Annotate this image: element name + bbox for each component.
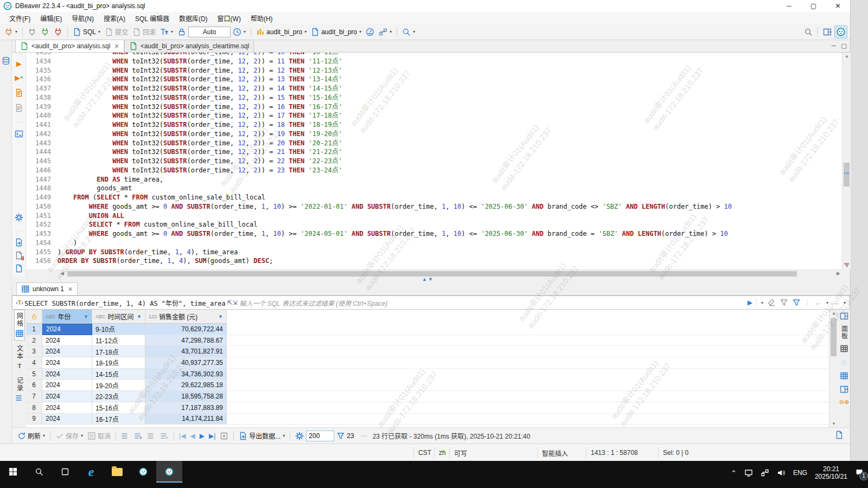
layout-panel-icon[interactable] [840, 385, 848, 394]
table-cell[interactable]: 2024 [42, 402, 92, 414]
menu-item[interactable]: 窗口(W) [213, 12, 246, 24]
open-console-button[interactable] [15, 130, 23, 138]
maximize-view-icon[interactable]: ▢ [841, 42, 847, 49]
table-cell[interactable]: 18,595,758.28 [145, 391, 227, 402]
column-header-2[interactable]: ABC时间区间▼ [92, 310, 145, 324]
prev-page-button[interactable]: ◀ [188, 431, 196, 441]
dbeaver-perspective-button[interactable] [834, 25, 847, 38]
code-line[interactable]: WHERE goods_amt >= 0 AND SUBSTR(order_ti… [58, 202, 842, 211]
tray-language[interactable]: ENG [793, 469, 807, 477]
explain-plan-button[interactable] [15, 104, 23, 112]
delete-row-button[interactable] [158, 430, 170, 442]
dbeaver-taskbar-button-active[interactable] [156, 461, 182, 483]
validate-script-button[interactable]: ! [15, 251, 23, 260]
copy-result-icon[interactable] [835, 431, 844, 439]
menu-item[interactable]: 编辑(E) [35, 12, 67, 24]
execute-statement-button[interactable]: ▶ [15, 59, 23, 68]
filter-input[interactable]: 输入一个 SQL 表达式来过滤结果 (使用 Ctrl+Space) [239, 298, 747, 307]
code-area[interactable]: WHEN toInt32(SUBSTR(order_time, 12, 2)) … [58, 53, 842, 269]
transaction-log-button[interactable]: ▾ [158, 26, 175, 38]
dashboard-button[interactable] [364, 26, 376, 38]
tx-history-button[interactable]: ▾ [231, 26, 247, 38]
metadata-panel-icon[interactable] [840, 371, 848, 380]
sql-editor-button[interactable]: SQL▾ [71, 26, 102, 38]
menu-item[interactable]: 数据库(D) [174, 12, 213, 24]
sql-editor[interactable]: 1433143414351436143714381439144014411442… [26, 53, 842, 269]
code-line[interactable]: WHEN toInt32(SUBSTR(order_time, 12, 2)) … [58, 75, 842, 84]
scroll-down-icon[interactable]: ▼ [843, 264, 851, 268]
column-header-3[interactable]: 123销售金额 (元)▼ [145, 310, 227, 324]
table-cell[interactable]: 17,187,883.89 [145, 402, 227, 414]
tray-clock[interactable]: 20:21 2025/10/21 [815, 465, 847, 480]
column-menu-icon[interactable]: ▼ [218, 314, 223, 319]
table-cell[interactable]: 40,937,277.35 [145, 357, 227, 369]
table-cell[interactable]: 2024 [42, 346, 92, 357]
menu-item[interactable]: 搜索(A) [99, 12, 130, 24]
table-cell[interactable]: 18-19点 [92, 357, 145, 369]
table-cell[interactable]: 11-12点 [92, 335, 145, 346]
table-cell[interactable]: 29,622,985.18 [145, 380, 227, 391]
table-row[interactable]: 5202414-15点34,736,302.93 [26, 369, 227, 380]
value-viewer-icon[interactable]: ◌ [842, 358, 846, 367]
tx-mode-combo[interactable]: Auto [188, 27, 231, 37]
code-line[interactable]: WHEN toInt32(SUBSTR(order_time, 12, 2)) … [58, 111, 842, 120]
commit-button[interactable]: 提交 [103, 25, 130, 38]
column-header-1[interactable]: ABC年份▼ [42, 310, 92, 324]
column-menu-icon[interactable]: ▼ [137, 314, 142, 319]
scrollbar-thumb[interactable] [67, 271, 797, 277]
table-cell[interactable]: 2024 [42, 380, 92, 391]
code-line[interactable]: WHEN toInt32(SUBSTR(order_time, 12, 2)) … [58, 166, 842, 175]
add-row-button[interactable] [132, 430, 144, 442]
grid-vertical-scrollbar[interactable]: ▲ ▼ [829, 310, 837, 427]
file-explorer-button[interactable] [104, 461, 130, 483]
editor-horizontal-scrollbar[interactable]: ◀ ▶ [59, 269, 842, 278]
remove-filter-icon[interactable] [780, 298, 788, 307]
quick-access-search-button[interactable] [802, 26, 814, 38]
code-line[interactable]: goods_amt [58, 184, 842, 193]
table-cell[interactable]: 47,298,788.67 [145, 335, 227, 346]
code-line[interactable]: WHEN toInt32(SUBSTR(order_time, 12, 2)) … [58, 84, 842, 93]
code-line[interactable]: ORDER BY SUBSTR(order_time, 1, 4), SUM(g… [58, 256, 842, 266]
scroll-up-icon[interactable]: ▲ [829, 311, 838, 316]
table-cell[interactable]: 15-16点 [92, 402, 145, 414]
execute-new-tab-button[interactable]: ▶+ [15, 73, 23, 82]
editor-settings-button[interactable] [15, 213, 23, 222]
action-center-button[interactable]: 1 [855, 468, 864, 478]
code-line[interactable]: WHEN toInt32(SUBSTR(order_time, 12, 2)) … [58, 102, 842, 112]
table-cell[interactable]: 43,701,827.91 [145, 346, 227, 357]
schema-combo[interactable]: audit_bi_pro▾ [309, 26, 363, 38]
code-line[interactable]: SELECT * FROM custom_online_sale_bill_lo… [58, 220, 842, 229]
editor-tab-analysis-cleartime[interactable]: <audit_bi_pro> analysis_cleartime.sql [124, 40, 254, 52]
results-view-tab-3[interactable]: 记录 [14, 375, 25, 404]
first-page-button[interactable]: |◀ [177, 431, 187, 441]
scrollbar-thumb[interactable] [831, 318, 837, 356]
autocommit-lock-button[interactable] [176, 26, 188, 38]
table-cell[interactable]: 2024 [42, 391, 92, 402]
taskbar-search-button[interactable] [26, 461, 52, 483]
results-tab-unknown1[interactable]: unknown 1 ✕ [16, 282, 78, 295]
panel-icon[interactable] [840, 312, 848, 320]
result-grid[interactable]: ABC年份▼ABC时间区间▼123销售金额 (元)▼120249-10点70,6… [26, 310, 829, 427]
scroll-up-icon[interactable]: ▲ [843, 54, 851, 59]
code-line[interactable]: WHEN toInt32(SUBSTR(order_time, 12, 2)) … [58, 53, 842, 57]
cancel-button[interactable]: 取消 [86, 429, 112, 442]
table-row[interactable]: 6202419-20点29,622,985.18 [26, 380, 227, 391]
table-cell[interactable]: 2024 [42, 414, 92, 425]
table-row[interactable]: 2202411-12点47,298,788.67 [26, 335, 227, 346]
close-button[interactable]: ✕ [826, 0, 850, 12]
clear-filter-icon[interactable] [767, 298, 776, 307]
filter-history-icon[interactable]: ▾ [761, 300, 763, 305]
expand-filter-icon[interactable]: ⇱⇲ [227, 299, 237, 306]
search-button[interactable]: ▾ [400, 26, 417, 38]
export-data-button[interactable]: 导出数据...▾ [237, 429, 286, 442]
scroll-right-icon[interactable]: ▶ [837, 271, 840, 276]
scroll-down-icon[interactable]: ▼ [829, 421, 838, 426]
editor-tab-analysis[interactable]: <audit_bi_pro> analysis.sql ✕ [15, 40, 124, 52]
tray-volume-icon[interactable] [777, 468, 786, 477]
calc-panel-icon[interactable] [840, 344, 848, 353]
task-view-button[interactable] [52, 461, 78, 483]
custom-filter-icon[interactable] [792, 298, 801, 307]
results-view-tab-1[interactable]: 网格 [14, 310, 25, 341]
menu-item[interactable]: SQL 编辑器 [130, 12, 174, 24]
fetch-all-button[interactable] [218, 430, 230, 442]
